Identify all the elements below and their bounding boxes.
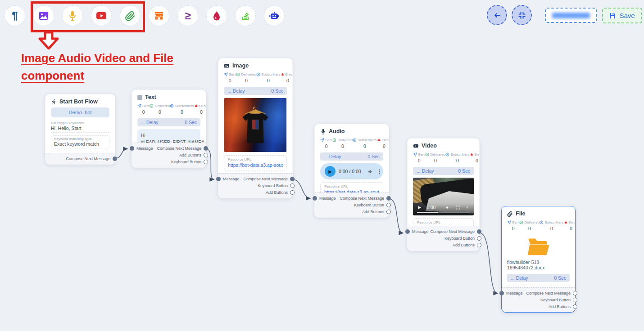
robot-icon	[269, 10, 280, 21]
delivered-icon	[519, 220, 523, 224]
volume-button[interactable]	[367, 169, 373, 174]
back-button[interactable]	[487, 5, 507, 25]
sent-count: 0	[325, 143, 328, 149]
play-button[interactable]: ▶	[325, 166, 336, 177]
handle-label-compose: Compose Next Message	[430, 229, 475, 234]
save-button[interactable]: Save	[602, 8, 642, 23]
running-person-icon	[51, 99, 57, 105]
toolbar-image-component-button[interactable]	[33, 5, 54, 26]
keyword-matching-field[interactable]: Keyword matching type Exact keyword matc…	[51, 135, 109, 148]
toolbar-ai-component-button[interactable]	[264, 5, 285, 26]
toolbar-ecommerce-component-button[interactable]	[149, 5, 169, 26]
output-handle-add-buttons[interactable]	[573, 304, 577, 309]
delay-setting[interactable]: ... Delay 0 Sec	[137, 118, 200, 126]
output-handle-compose-next-message[interactable]	[113, 157, 117, 161]
output-handle-compose-next-message[interactable]	[290, 177, 295, 181]
audio-menu-button[interactable]: ⋮	[376, 168, 382, 175]
play-icon[interactable]	[417, 205, 422, 210]
message-preview[interactable]: Hi #LEAD_USER_FIRST_NAME# , Welcome to o…	[137, 129, 200, 143]
delay-setting[interactable]: ... Delay 0 Sec	[224, 87, 287, 95]
toolbar-file-component-button[interactable]	[120, 5, 141, 26]
output-handle-keyboard-button[interactable]	[573, 298, 577, 302]
subscribers-icon	[445, 152, 449, 157]
fit-view-button[interactable]	[512, 5, 532, 25]
output-handle-compose-next-message[interactable]	[204, 146, 208, 151]
speaker-icon[interactable]	[445, 205, 450, 210]
output-handle-add-buttons[interactable]	[386, 210, 391, 214]
toolbar-video-component-button[interactable]	[91, 5, 112, 26]
toolbar-drip-component-button[interactable]	[206, 5, 227, 26]
video-progress-bar[interactable]	[417, 212, 470, 213]
floppy-disk-icon	[609, 12, 616, 19]
video-icon	[413, 143, 419, 149]
file-name: flowbuilder-518-1695464072.docx	[507, 259, 570, 270]
output-handle-keyboard-button[interactable]	[477, 236, 481, 241]
stats-row: Sent0 Delivered0 Subscribers0 Errors0	[320, 137, 383, 150]
video-controls: 0:00	[413, 204, 474, 215]
toolbar-sequence-component-button[interactable]	[235, 5, 256, 26]
input-handle-message[interactable]	[499, 291, 504, 295]
subscribers-count: 0	[550, 226, 553, 231]
fullscreen-icon[interactable]	[455, 205, 460, 210]
output-handle-keyboard-button[interactable]	[386, 203, 391, 207]
bot-name-pill[interactable]: Demo_bot	[51, 107, 109, 117]
output-handle-keyboard-button[interactable]	[204, 160, 208, 164]
errors-icon	[377, 138, 381, 142]
stats-row: Sent0 Delivered0 Subscribers0 Errors0	[507, 219, 570, 232]
node-title: Video	[422, 143, 437, 149]
node-audio[interactable]: Audio Sent0 Delivered0 Subscribers0 Erro…	[314, 124, 389, 218]
output-handle-compose-next-message[interactable]	[386, 196, 391, 201]
output-handle-compose-next-message[interactable]	[477, 229, 481, 234]
node-video[interactable]: Video Sent0 Delivered0 Subscribers0 Erro…	[407, 138, 480, 251]
redacted-label	[552, 13, 590, 18]
file-preview[interactable]: flowbuilder-518-1695464072.docx	[507, 235, 570, 271]
resource-url-link[interactable]: https://bot-data.s3.ap-southeast-1.wasab…	[228, 162, 283, 168]
input-handle-message[interactable]	[313, 196, 317, 201]
delay-setting[interactable]: ... Delay 0 Sec	[320, 152, 383, 161]
delivered-count: 0	[159, 109, 161, 115]
output-handle-add-buttons[interactable]	[204, 153, 208, 157]
errors-count: 0	[476, 158, 478, 163]
trigger-keywords-field[interactable]: Bot trigger keywords Hi, Hello, Start	[51, 120, 109, 133]
toolbar-text-component-button[interactable]: ¶	[5, 5, 25, 26]
node-image[interactable]: Image Sent0 Delivered0 Subscribers0 Erro…	[218, 58, 293, 198]
pilcrow-icon: ¶	[12, 10, 18, 21]
toolbar-condition-component-button[interactable]: ≥	[177, 5, 198, 26]
video-time: 0:00	[427, 205, 435, 210]
delay-setting[interactable]: ... Delay 0 Sec	[413, 167, 474, 175]
delay-setting[interactable]: ... Delay 0 Sec	[507, 274, 570, 282]
sent-count: 0	[418, 158, 421, 163]
delivered-icon	[332, 138, 336, 142]
subscribers-count: 0	[363, 143, 366, 149]
node-start-bot-flow[interactable]: Start Bot Flow Demo_bot Bot trigger keyw…	[45, 94, 115, 165]
node-text[interactable]: Text Sent0 Delivered0 Subscribers0 Error…	[132, 89, 206, 168]
handle-label-message: Message	[223, 177, 240, 181]
handle-label-add-buttons: Add Buttons	[453, 243, 475, 247]
input-handle-message[interactable]	[216, 177, 221, 181]
stats-row: Sent0 Delivered0 Subscribers0 Errors0	[413, 152, 474, 164]
sent-count: 0	[229, 78, 231, 83]
image-preview[interactable]	[224, 98, 287, 152]
kebab-menu-icon[interactable]	[465, 205, 470, 210]
output-handle-compose-next-message[interactable]	[573, 291, 577, 295]
image-icon	[224, 63, 230, 69]
resource-url-link[interactable]: https://bot-data.s3.ap-southeast-1.wasab…	[324, 189, 379, 192]
output-handle-add-buttons[interactable]	[290, 190, 295, 195]
output-handle-add-buttons[interactable]	[477, 243, 481, 247]
video-preview[interactable]: 0:00	[413, 178, 474, 215]
handle-label-add-buttons: Add Buttons	[549, 304, 571, 309]
toolbar-audio-component-button[interactable]	[62, 5, 83, 26]
annotation-text: Image Audio Video and File component	[21, 49, 173, 85]
youtube-icon	[96, 10, 107, 21]
input-handle-message[interactable]	[405, 229, 410, 234]
handle-label-keyboard-button: Keyboard Button	[540, 298, 571, 302]
delay-value: 0 Sec	[185, 120, 197, 125]
handle-label-keyboard-button: Keyboard Button	[171, 160, 201, 164]
redacted-action-button[interactable]	[545, 8, 597, 23]
output-handle-keyboard-button[interactable]	[290, 183, 295, 188]
handle-label-add-buttons: Add Buttons	[362, 210, 384, 214]
input-handle-message[interactable]	[130, 146, 134, 151]
sent-icon	[320, 138, 324, 142]
image-icon	[38, 10, 49, 21]
node-file[interactable]: File Sent0 Delivered0 Subscribers0 Error…	[501, 206, 576, 313]
